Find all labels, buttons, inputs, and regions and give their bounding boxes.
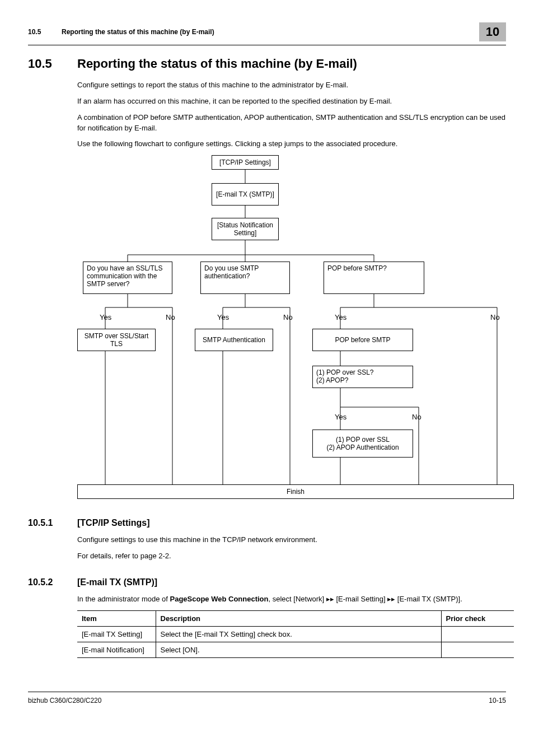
- flow-label-no: No: [412, 413, 421, 421]
- flow-box-label: POP before SMTP: [335, 336, 390, 344]
- text-run-bold: PageScope Web Connection: [170, 595, 268, 603]
- flow-decision-smtp-auth: Do you use SMTP authentication?: [200, 262, 290, 294]
- footer-model: bizhub C360/C280/C220: [28, 697, 101, 704]
- flow-box-pop-before-smtp[interactable]: POP before SMTP: [312, 329, 413, 351]
- body-paragraph: In the administrator mode of PageScope W…: [77, 594, 514, 605]
- header-rule: [28, 45, 506, 45]
- footer-rule: [28, 692, 506, 692]
- subsection-heading: 10.5.2 [E-mail TX (SMTP)]: [28, 577, 506, 587]
- flow-decision-label: POP before SMTP?: [327, 264, 387, 272]
- text-run: , select [Network] ▸▸ [E-mail Setting] ▸…: [269, 595, 462, 603]
- table-header-cell: Prior check: [441, 610, 514, 626]
- flowchart: [TCP/IP Settings] [E-mail TX (SMTP)] [St…: [77, 155, 514, 502]
- table-header-cell: Item: [77, 610, 156, 626]
- section-heading-number: 10.5: [28, 57, 77, 71]
- table-cell: [E-mail TX Setting]: [77, 626, 156, 642]
- section-heading: 10.5 Reporting the status of this machin…: [28, 57, 506, 71]
- flow-decision-label: Do you have an SSL/TLS communication wit…: [87, 264, 168, 288]
- table-row: [E-mail Notification] Select [ON].: [77, 642, 514, 657]
- flow-box-label: [Status Notification Setting]: [216, 221, 275, 237]
- flow-box-tcpip[interactable]: [TCP/IP Settings]: [212, 155, 279, 170]
- flow-label-yes: Yes: [217, 313, 229, 321]
- table-cell: Select [ON].: [156, 642, 441, 657]
- header-section-number: 10.5: [28, 28, 62, 36]
- flow-box-label: [TCP/IP Settings]: [219, 158, 271, 166]
- flow-label-no: No: [490, 313, 500, 321]
- intro-paragraph: If an alarm has occurred on this machine…: [77, 96, 514, 107]
- flow-label-yes: Yes: [100, 313, 111, 321]
- flow-decision-label: (1) POP over SSL? (2) APOP?: [316, 368, 374, 384]
- subsection-heading-number: 10.5.1: [28, 518, 77, 528]
- running-header: 10.5 Reporting the status of this machin…: [28, 22, 506, 41]
- header-section-title: Reporting the status of this machine (by…: [62, 28, 479, 36]
- flow-box-email-tx[interactable]: [E-mail TX (SMTP)]: [212, 183, 279, 206]
- subsection-heading-title: [E-mail TX (SMTP)]: [77, 577, 157, 587]
- section-heading-title: Reporting the status of this machine (by…: [77, 57, 357, 71]
- flow-box-label: SMTP Authentication: [203, 336, 265, 344]
- table-header-row: Item Description Prior check: [77, 610, 514, 626]
- flow-decision-pop-before: POP before SMTP?: [324, 262, 424, 294]
- body-paragraph: For details, refer to page 2-2.: [77, 551, 514, 562]
- chapter-number-box: 10: [479, 22, 506, 41]
- body-paragraph: Configure settings to use this machine i…: [77, 535, 514, 545]
- table-cell: Select the [E-mail TX Setting] check box…: [156, 626, 441, 642]
- table-cell: [441, 642, 514, 657]
- flow-decision-pop-ssl-apop: (1) POP over SSL? (2) APOP?: [312, 366, 413, 388]
- flow-box-status-notification[interactable]: [Status Notification Setting]: [212, 218, 279, 240]
- flow-box-label: [E-mail TX (SMTP)]: [216, 190, 274, 198]
- subsection-heading: 10.5.1 [TCP/IP Settings]: [28, 518, 506, 528]
- subsection-heading-title: [TCP/IP Settings]: [77, 518, 150, 528]
- text-run: In the administrator mode of: [77, 595, 170, 603]
- flow-box-pop-ssl-apop[interactable]: (1) POP over SSL (2) APOP Authentication: [312, 430, 413, 458]
- running-footer: bizhub C360/C280/C220 10-15: [28, 697, 506, 704]
- flow-label-yes: Yes: [335, 313, 346, 321]
- flow-label-no: No: [166, 313, 175, 321]
- intro-paragraph: A combination of POP before SMTP authent…: [77, 113, 514, 134]
- settings-table: Item Description Prior check [E-mail TX …: [77, 610, 514, 658]
- flow-box-label: Finish: [287, 488, 305, 496]
- flow-box-finish: Finish: [77, 484, 514, 499]
- intro-paragraph: Use the following flowchart to configure…: [77, 139, 514, 150]
- flow-box-smtp-auth[interactable]: SMTP Authentication: [195, 329, 273, 351]
- flow-label-no: No: [283, 313, 293, 321]
- flow-decision-ssl: Do you have an SSL/TLS communication wit…: [83, 262, 172, 294]
- flow-box-smtp-ssl[interactable]: SMTP over SSL/Start TLS: [77, 329, 156, 351]
- subsection-heading-number: 10.5.2: [28, 577, 77, 587]
- flow-label-yes: Yes: [335, 413, 346, 421]
- flow-box-label: (1) POP over SSL (2) APOP Authentication: [326, 436, 399, 451]
- table-cell: [441, 626, 514, 642]
- flow-decision-label: Do you use SMTP authentication?: [204, 264, 286, 280]
- table-row: [E-mail TX Setting] Select the [E-mail T…: [77, 626, 514, 642]
- footer-page-number: 10-15: [489, 697, 506, 704]
- flow-box-label: SMTP over SSL/Start TLS: [81, 332, 152, 348]
- intro-paragraph: Configure settings to report the status …: [77, 80, 514, 91]
- table-header-cell: Description: [156, 610, 441, 626]
- table-cell: [E-mail Notification]: [77, 642, 156, 657]
